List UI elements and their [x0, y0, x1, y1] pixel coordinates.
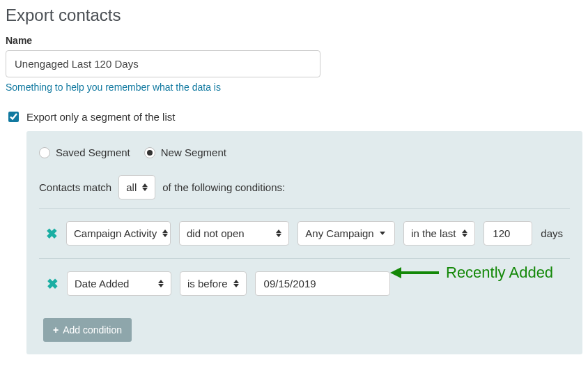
export-segment-checkbox-row[interactable]: Export only a segment of the list — [6, 110, 582, 124]
radio-new-segment[interactable]: New Segment — [144, 146, 226, 158]
condition-operator-select[interactable]: did not open — [179, 221, 289, 246]
condition-field-value: Date Added — [75, 278, 129, 289]
condition-operator-value: is before — [187, 278, 228, 289]
plus-icon: + — [53, 324, 59, 336]
stepper-icon — [158, 280, 164, 287]
export-segment-checkbox[interactable] — [8, 112, 19, 122]
condition-field-select[interactable]: Campaign Activity — [66, 221, 171, 246]
conditions-list: ✖ Campaign Activity did not open Any Cam… — [39, 208, 570, 308]
radio-icon — [39, 147, 50, 158]
condition-date-input[interactable] — [255, 271, 390, 296]
match-row: Contacts match all of the following cond… — [39, 175, 570, 199]
condition-row: ✖ Date Added is before — [39, 259, 570, 308]
segment-type-radio-group: Saved Segment New Segment — [39, 146, 570, 158]
stepper-icon — [142, 183, 148, 191]
condition-field-value: Campaign Activity — [74, 227, 157, 239]
match-suffix: of the following conditions: — [162, 181, 285, 193]
add-condition-button[interactable]: + Add condition — [43, 318, 132, 342]
stepper-icon — [162, 229, 168, 237]
caret-down-icon — [380, 232, 385, 235]
remove-condition-icon[interactable]: ✖ — [46, 227, 58, 241]
stepper-icon — [462, 229, 467, 237]
condition-timequalifier-select[interactable]: in the last — [403, 221, 475, 246]
radio-new-segment-label: New Segment — [161, 146, 226, 158]
match-select[interactable]: all — [118, 175, 155, 199]
condition-timequalifier-value: in the last — [411, 227, 456, 239]
condition-row: ✖ Campaign Activity did not open Any Cam… — [39, 209, 570, 259]
name-help-link[interactable]: Something to help you remember what the … — [6, 82, 582, 93]
remove-condition-icon[interactable]: ✖ — [46, 277, 59, 291]
match-prefix: Contacts match — [39, 181, 111, 193]
stepper-icon — [276, 229, 281, 237]
name-label: Name — [6, 35, 582, 46]
add-condition-label: Add condition — [63, 324, 122, 336]
page-title: Export contacts — [6, 6, 582, 25]
segment-panel: Saved Segment New Segment Contacts match… — [26, 131, 582, 354]
radio-saved-segment[interactable]: Saved Segment — [39, 146, 130, 158]
condition-field-select[interactable]: Date Added — [67, 271, 171, 296]
export-segment-label: Export only a segment of the list — [26, 111, 175, 123]
condition-unit-label: days — [541, 227, 563, 239]
condition-campaign-select[interactable]: Any Campaign — [297, 221, 395, 246]
stepper-icon — [233, 280, 239, 287]
match-select-value: all — [126, 181, 137, 193]
condition-campaign-value: Any Campaign — [305, 227, 373, 239]
name-input[interactable] — [6, 50, 320, 77]
condition-operator-select[interactable]: is before — [180, 271, 247, 296]
condition-value-input[interactable] — [483, 221, 532, 246]
radio-icon — [144, 147, 155, 158]
radio-saved-segment-label: Saved Segment — [56, 146, 130, 158]
condition-operator-value: did not open — [187, 227, 245, 239]
